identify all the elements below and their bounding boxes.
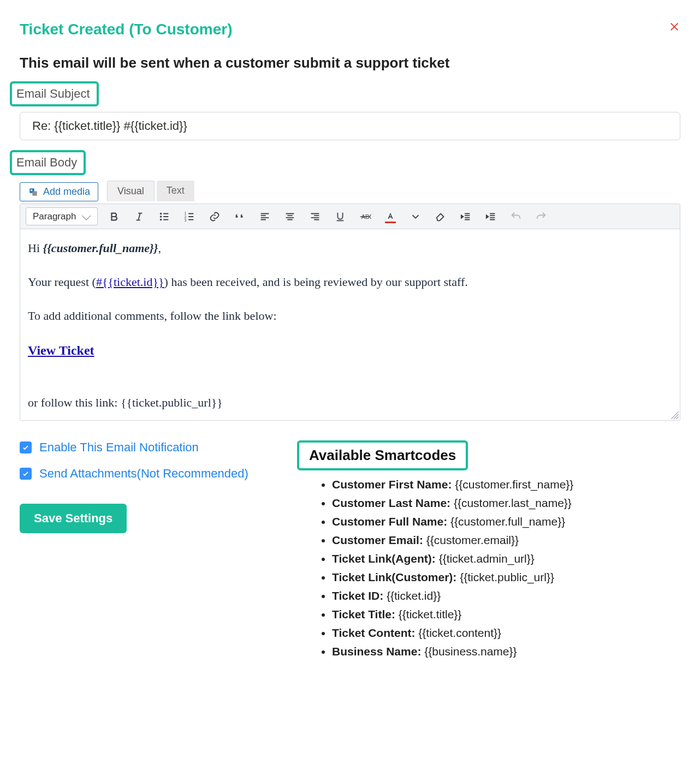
- add-media-label: Add media: [43, 186, 90, 198]
- check-icon: [22, 444, 29, 451]
- bullet-list-icon: [158, 211, 170, 223]
- editor-toolbar: Paragraph 123 ABC: [20, 204, 680, 229]
- eraser-icon: [435, 211, 447, 223]
- smartcode-item: Ticket Link(Agent): {{ticket.admin_url}}: [332, 552, 680, 565]
- indent-button[interactable]: [482, 208, 500, 225]
- chevron-down-icon: [410, 211, 422, 223]
- undo-button[interactable]: [507, 208, 525, 225]
- add-media-button[interactable]: Add media: [20, 182, 98, 201]
- check-icon: [22, 470, 29, 477]
- smartcode-code: {{customer.full_name}}: [450, 515, 565, 528]
- smartcode-label: Customer Last Name:: [332, 497, 454, 509]
- underline-button[interactable]: [331, 208, 349, 225]
- smartcode-code: {{customer.last_name}}: [454, 497, 572, 509]
- strikethrough-icon: ABC: [359, 211, 371, 223]
- clear-format-button[interactable]: [432, 208, 449, 225]
- editor-content[interactable]: Hi {{customer.full_name}}, Your request …: [20, 229, 680, 420]
- align-left-button[interactable]: [256, 208, 274, 225]
- bold-button[interactable]: [105, 208, 123, 225]
- smartcode-label: Business Name:: [332, 645, 424, 658]
- smartcode-code: {{ticket.title}}: [399, 608, 462, 620]
- smartcode-label: Ticket Link(Agent):: [332, 552, 439, 565]
- align-left-icon: [259, 211, 271, 223]
- redo-icon: [535, 211, 547, 223]
- outdent-button[interactable]: [457, 208, 474, 225]
- italic-icon: [133, 211, 145, 223]
- smartcode-label: Customer First Name:: [332, 478, 455, 491]
- smartcode-label: Customer Full Name:: [332, 515, 450, 528]
- save-settings-button[interactable]: Save Settings: [20, 504, 127, 533]
- view-ticket-link[interactable]: View Ticket: [28, 343, 94, 357]
- close-button[interactable]: [668, 21, 680, 35]
- smartcode-code: {{customer.first_name}}: [455, 478, 573, 491]
- blockquote-icon: [234, 211, 246, 223]
- bold-icon: [108, 211, 120, 223]
- tab-visual[interactable]: Visual: [107, 181, 155, 201]
- editor-wrapper: Paragraph 123 ABC: [20, 204, 680, 421]
- bullet-list-button[interactable]: [156, 208, 173, 225]
- media-icon: [28, 187, 39, 198]
- email-subject-input[interactable]: [20, 112, 680, 140]
- smartcode-item: Business Name: {{business.name}}: [332, 645, 680, 658]
- numbered-list-icon: 123: [183, 211, 195, 223]
- format-select[interactable]: Paragraph: [26, 207, 98, 225]
- resize-icon: [671, 411, 679, 419]
- ticket-id-link[interactable]: #{{ticket.id}}: [96, 275, 164, 289]
- strikethrough-button[interactable]: ABC: [357, 208, 374, 225]
- smartcode-code: {{ticket.content}}: [418, 626, 501, 639]
- smartcode-label: Ticket Link(Customer):: [332, 571, 460, 583]
- undo-icon: [510, 211, 522, 223]
- smartcode-item: Ticket Content: {{ticket.content}}: [332, 626, 680, 640]
- page-description: This email will be sent when a customer …: [20, 55, 680, 71]
- body-line3: or follow this link: {{ticket.public_url…: [28, 393, 672, 412]
- italic-button[interactable]: [130, 208, 148, 225]
- smartcode-item: Customer Email: {{customer.email}}: [332, 534, 680, 547]
- send-attachments-row: Send Attachments(Not Recommended): [20, 467, 282, 481]
- blockquote-button[interactable]: [231, 208, 248, 225]
- smartcodes-title: Available Smartcodes: [297, 440, 468, 470]
- svg-point-3: [160, 218, 162, 220]
- email-body-label: Email Body: [10, 150, 86, 175]
- svg-point-0: [31, 189, 32, 191]
- smartcode-code: {{ticket.admin_url}}: [439, 552, 535, 565]
- align-center-icon: [284, 211, 296, 223]
- page-title: Ticket Created (To Customer): [20, 21, 232, 38]
- outdent-icon: [460, 211, 472, 223]
- smartcode-label: Ticket Content:: [332, 626, 418, 639]
- smartcodes-list: Customer First Name: {{customer.first_na…: [304, 478, 680, 658]
- indent-icon: [485, 211, 497, 223]
- tab-text[interactable]: Text: [157, 181, 194, 201]
- body-greeting: Hi {{customer.full_name}},: [28, 239, 672, 258]
- numbered-list-button[interactable]: 123: [181, 208, 198, 225]
- text-color-icon: [384, 211, 396, 223]
- enable-notification-row: Enable This Email Notification: [20, 440, 282, 455]
- smartcode-item: Customer Last Name: {{customer.last_name…: [332, 497, 680, 510]
- smartcode-item: Customer Full Name: {{customer.full_name…: [332, 515, 680, 528]
- svg-point-1: [160, 212, 162, 214]
- smartcode-label: Customer Email:: [332, 534, 426, 546]
- link-button[interactable]: [206, 208, 223, 225]
- svg-point-2: [160, 216, 162, 218]
- smartcode-item: Ticket Link(Customer): {{ticket.public_u…: [332, 571, 680, 584]
- send-attachments-checkbox[interactable]: [20, 468, 32, 480]
- align-center-button[interactable]: [281, 208, 299, 225]
- enable-notification-checkbox[interactable]: [20, 441, 32, 453]
- text-color-button[interactable]: [382, 208, 399, 225]
- body-line1: Your request (#{{ticket.id}}) has been r…: [28, 273, 672, 291]
- resize-handle[interactable]: [671, 411, 679, 419]
- smartcode-item: Ticket Title: {{ticket.title}}: [332, 608, 680, 621]
- smartcode-item: Customer First Name: {{customer.first_na…: [332, 478, 680, 491]
- align-right-button[interactable]: [306, 208, 324, 225]
- smartcode-code: {{business.name}}: [424, 645, 517, 658]
- smartcode-label: Ticket ID:: [332, 589, 387, 602]
- redo-button[interactable]: [532, 208, 550, 225]
- text-color-dropdown[interactable]: [407, 208, 424, 225]
- close-icon: [668, 21, 680, 33]
- send-attachments-label: Send Attachments(Not Recommended): [39, 467, 248, 481]
- link-icon: [209, 211, 221, 223]
- email-subject-label: Email Subject: [10, 81, 99, 106]
- align-right-icon: [309, 211, 321, 223]
- smartcode-item: Ticket ID: {{ticket.id}}: [332, 589, 680, 602]
- smartcode-code: {{customer.email}}: [426, 534, 519, 546]
- underline-icon: [334, 211, 346, 223]
